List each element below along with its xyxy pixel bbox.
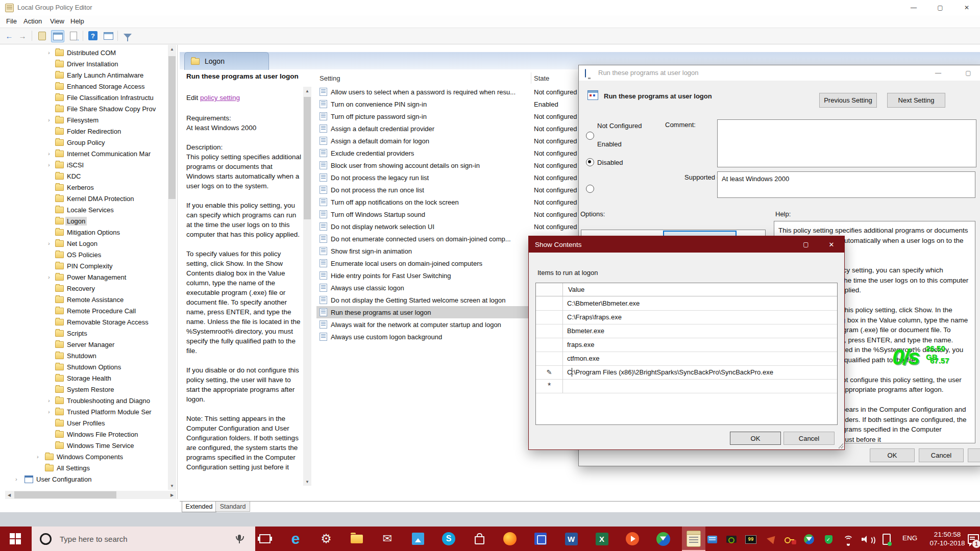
taskbar-app-skype[interactable]: S [437,527,460,551]
tray-your-phone-icon[interactable] [881,534,892,545]
setting-name[interactable]: Exclude credential providers [331,149,414,157]
maximize-button[interactable]: ▢ [927,0,953,15]
taskbar-app-task-view[interactable] [253,527,277,551]
tree-item[interactable]: Folder Redirection [5,126,176,137]
tree-item[interactable]: ›Trusted Platform Module Ser [5,406,176,417]
tree-item[interactable]: Windows File Protection [5,429,176,440]
resize-grip[interactable] [838,443,843,448]
taskbar-app-photos[interactable] [406,527,430,551]
row-selector[interactable] [536,338,563,352]
tree-item[interactable]: Logon [5,215,176,227]
edit-policy-setting-link[interactable]: policy setting [200,94,240,102]
back-icon[interactable]: ← [3,30,15,41]
setting-name[interactable]: Always use classic logon [331,284,404,292]
setting-name[interactable]: Assign a default credential provider [331,125,434,133]
tree-item-label[interactable]: Remote Procedure Call [65,307,137,315]
grid-value-header[interactable]: Value [563,283,837,296]
description-scrollbar[interactable]: ▲ ▼ [303,87,311,486]
setting-name[interactable]: Do not process the run once list [331,186,424,194]
expand-chevron-icon[interactable]: › [48,151,50,157]
tree-item-label[interactable]: Troubleshooting and Diagno [65,396,152,405]
tree-item-label[interactable]: OS Policies [65,251,103,259]
tree-item-label[interactable]: System Restore [65,385,115,394]
setting-name[interactable]: Hide entry points for Fast User Switchin… [331,272,451,280]
tree-item-label[interactable]: Filesystem [65,116,100,124]
clock[interactable]: 21:50:58 07-10-2018 [925,530,970,547]
tray-idm-tray-icon[interactable] [803,534,815,545]
setting-name[interactable]: Block user from showing account details … [331,162,480,169]
setting-name[interactable]: Turn off picture password sign-in [331,113,427,120]
tree-item-label[interactable]: Enhanced Storage Access [65,82,146,91]
tree-item[interactable]: Recovery [5,283,176,294]
tree-item[interactable]: Group Policy [5,137,176,148]
console-tree-toggle-icon[interactable] [51,30,64,42]
new-row-icon[interactable]: * [536,379,563,393]
tree-item[interactable]: Server Manager [5,339,176,350]
close-button[interactable]: ✕ [953,0,980,15]
export-list-icon[interactable] [67,30,80,41]
setting-name[interactable]: Turn off Windows Startup sound [331,211,425,218]
radio-enabled[interactable] [586,158,594,166]
scroll-down-icon[interactable]: ▼ [303,478,311,486]
tree-item[interactable]: Remote Procedure Call [5,305,176,316]
tree-item[interactable]: ›Windows Components [5,451,176,462]
row-selector[interactable] [536,310,563,324]
tree-item-label[interactable]: File Classification Infrastructu [65,93,155,102]
expand-chevron-icon[interactable]: › [48,162,50,168]
show-contents-maximize-button[interactable]: ▢ [794,236,818,253]
grid-value-cell[interactable]: C:\Program Files (x86)\2BrightSparks\Syn… [563,365,837,380]
tree-item[interactable]: Kernel DMA Protection [5,193,176,204]
grid-row[interactable]: * [536,379,837,393]
scroll-right-icon[interactable]: ▶ [168,491,176,499]
grid-row[interactable]: ctfmon.exe [536,352,837,365]
forward-icon[interactable]: → [16,30,29,41]
taskbar-app-gpedit[interactable] [682,527,705,551]
microphone-icon[interactable] [238,535,241,540]
tree-item-label[interactable]: PIN Complexity [65,262,114,270]
panel-divider[interactable] [177,45,178,499]
settings-row[interactable]: Exclude credential providersNot configur… [316,147,580,159]
column-header-setting[interactable]: Setting [320,74,340,82]
tree-item[interactable]: Storage Health [5,372,176,384]
tree-item[interactable]: Enhanced Storage Access [5,81,176,92]
tree-item-label[interactable]: Internet Communication Mar [65,149,152,158]
tree-item-label[interactable]: Kernel DMA Protection [65,194,136,203]
tree-item-label[interactable]: iSCSI [65,161,85,169]
settings-row[interactable]: Assign a default domain for logonNot con… [316,135,580,147]
scroll-thumb[interactable] [304,97,311,219]
setting-name[interactable]: Turn off app notifications on the lock s… [331,198,459,206]
taskbar-app-edge[interactable]: e [284,527,307,551]
tray-volume-icon[interactable] [862,534,873,545]
taskbar-app-excel[interactable]: X [590,527,614,551]
expand-chevron-icon[interactable]: › [48,397,50,404]
filter-icon[interactable] [121,30,134,41]
setting-name[interactable]: Do not display the Getting Started welco… [331,296,506,304]
menu-view[interactable]: View [48,17,66,26]
scroll-up-icon[interactable]: ▲ [303,87,311,95]
dialog-cancel-button[interactable]: Cancel [919,448,964,462]
tree-item-label[interactable]: Driver Installation [65,60,119,68]
radio-not-configured[interactable] [586,132,594,140]
grid-value-cell[interactable]: C:\Fraps\fraps.exe [563,310,837,324]
tree-item-label[interactable]: Windows Time Service [65,441,135,450]
tree-item-label[interactable]: Recovery [65,284,96,293]
cortana-icon[interactable] [40,533,52,545]
tree-item-label[interactable]: Remote Assistance [65,295,125,304]
grid-value-cell[interactable] [563,379,837,393]
tree-item[interactable]: Kerberos [5,182,176,193]
tree-item-label[interactable]: Locale Services [65,206,115,214]
settings-row[interactable]: Allow users to select when a password is… [316,86,580,98]
tray-keepass-icon[interactable] [784,534,795,545]
tree-item[interactable]: Locale Services [5,204,176,215]
taskbar-app-media-player[interactable] [621,527,644,551]
settings-row[interactable]: Block user from showing account details … [316,159,580,171]
column-header-state[interactable]: State [534,74,549,82]
tree-item-label[interactable]: KDC [65,172,82,181]
expand-chevron-icon[interactable]: › [48,409,50,415]
tree-item[interactable]: Scripts [5,328,176,339]
menu-action[interactable]: Action [21,17,44,26]
tree-item[interactable]: File Classification Infrastructu [5,92,176,103]
setting-name[interactable]: Do not enumerate connected users on doma… [331,235,511,243]
setting-name[interactable]: Enumerate local users on domain-joined c… [331,260,482,267]
taskbar-app-store[interactable] [468,527,491,551]
